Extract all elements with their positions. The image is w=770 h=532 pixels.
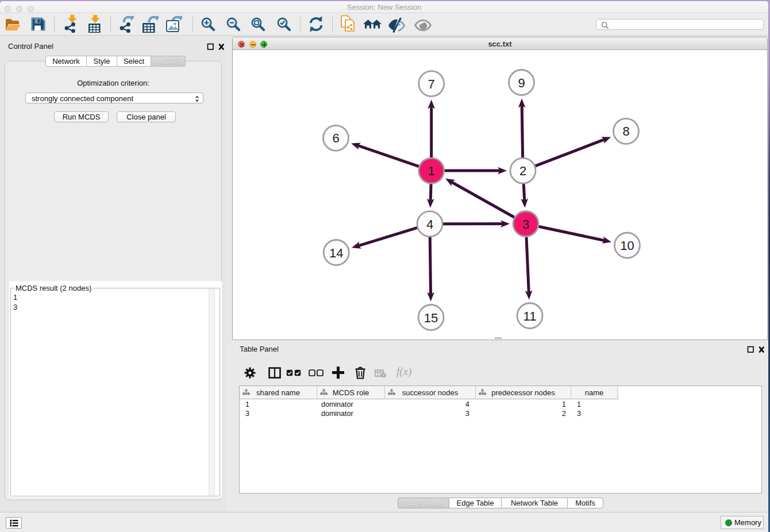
svg-text:11: 11 [523,309,537,323]
svg-text:1: 1 [428,164,435,178]
svg-text:2: 2 [519,164,526,178]
svg-text:8: 8 [622,124,629,138]
svg-text:15: 15 [424,311,438,325]
svg-text:7: 7 [428,77,435,91]
svg-text:9: 9 [518,76,525,90]
svg-text:6: 6 [332,131,339,145]
svg-text:4: 4 [426,217,433,232]
svg-text:10: 10 [620,238,634,253]
svg-text:14: 14 [329,246,343,260]
svg-text:3: 3 [522,217,529,232]
